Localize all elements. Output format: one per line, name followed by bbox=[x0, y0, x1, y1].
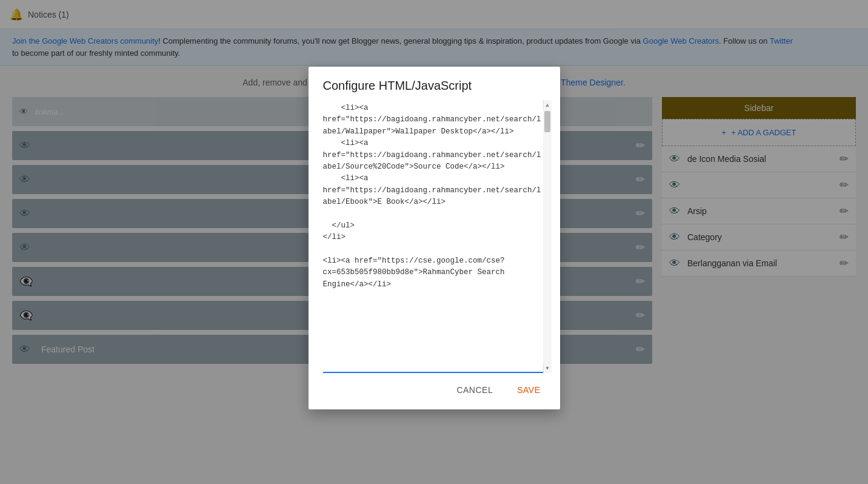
html-javascript-textarea[interactable]: <li><a href="https://bagidoang.rahmancyb… bbox=[323, 100, 542, 373]
scrollbar-track bbox=[543, 110, 552, 363]
save-button[interactable]: SAVE bbox=[507, 380, 550, 400]
cancel-button[interactable]: CANCEL bbox=[447, 380, 502, 400]
dialog-title: Configure HTML/JavaScript bbox=[309, 67, 560, 100]
dialog-actions: CANCEL SAVE bbox=[309, 373, 560, 409]
modal-overlay: Configure HTML/JavaScript <li><a href="h… bbox=[0, 0, 868, 484]
scroll-down-arrow[interactable]: ▼ bbox=[543, 363, 552, 373]
configure-html-dialog: Configure HTML/JavaScript <li><a href="h… bbox=[309, 67, 560, 409]
scrollbar-thumb[interactable] bbox=[544, 111, 550, 132]
dialog-body: <li><a href="https://bagidoang.rahmancyb… bbox=[309, 100, 560, 373]
scrollbar[interactable]: ▲ ▼ bbox=[543, 100, 552, 373]
scroll-up-arrow[interactable]: ▲ bbox=[543, 100, 552, 110]
